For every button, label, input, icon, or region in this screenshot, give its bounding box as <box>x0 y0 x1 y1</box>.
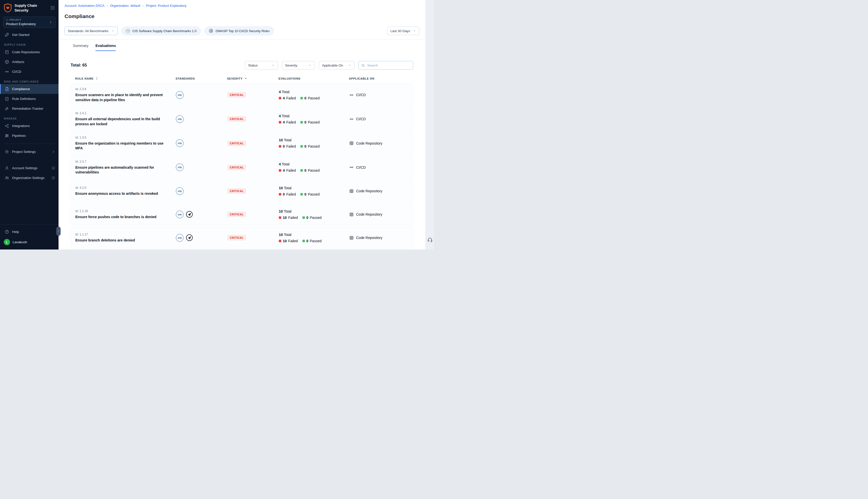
applicable-on-cell: CI/CD <box>349 117 408 121</box>
applicable-on-cell: Code Repository <box>349 141 408 146</box>
chip-owasp-top10[interactable]: OWASP Top 10 CI/CD Security Risks <box>204 27 274 35</box>
severity-cell: CRITICAL <box>227 188 279 194</box>
standards-cell: CIS <box>176 210 227 218</box>
sidebar-item-help[interactable]: Help <box>0 227 59 237</box>
clipboard-check-icon <box>4 96 9 101</box>
sidebar-item-label: Rule Definitions <box>12 97 36 101</box>
sidebar-nav: SUPPLY CHAIN Code Repositories Artifacts… <box>0 40 59 141</box>
sidebar-item-integrations[interactable]: Integrations <box>0 121 59 131</box>
tab-summary[interactable]: Summary <box>73 44 88 51</box>
info-icon <box>51 176 55 180</box>
table-controls: Total: 65 Status Severity Applicable On <box>71 61 413 70</box>
sidebar-item-label: Artifacts <box>12 60 24 64</box>
passed-indicator <box>300 169 303 172</box>
table-row[interactable]: Id: 1.1.17 Ensure branch deletions are d… <box>71 227 413 249</box>
sidebar-collapse-handle[interactable] <box>56 227 61 236</box>
sidebar-item-compliance[interactable]: Compliance <box>0 84 59 94</box>
applicable-on-cell: CI/CD <box>349 93 408 97</box>
infinity-icon <box>4 69 9 74</box>
applicable-on-filter[interactable]: Applicable On <box>319 61 354 70</box>
cicd-infinity-icon <box>349 93 354 97</box>
rule-name: Ensure anonymous access to artifacts is … <box>75 191 176 196</box>
cis-icon: CIS <box>176 139 184 147</box>
rule-id: Id: 1.1.16 <box>75 209 176 213</box>
support-headset-icon[interactable] <box>427 237 433 242</box>
sort-desc-icon[interactable] <box>244 76 248 80</box>
cis-icon: CIS <box>176 187 184 195</box>
code-repository-icon <box>349 235 354 240</box>
code-repository-icon <box>349 189 354 194</box>
tab-evaluations[interactable]: Evaluations <box>95 44 116 51</box>
owasp-icon <box>185 234 193 242</box>
sidebar-item-organization-settings[interactable]: Organization Settings <box>0 173 59 183</box>
apps-grid-icon[interactable] <box>50 5 55 10</box>
breadcrumb-project[interactable]: Project: Product Exploratory <box>146 4 186 8</box>
search-icon <box>361 63 365 67</box>
project-label: PROJECT <box>10 19 22 21</box>
sidebar-footer: Help L Lavakush <box>0 224 59 250</box>
sidebar-item-label: Pipelines <box>12 134 26 137</box>
sidebar-item-project-settings[interactable]: Project Settings <box>0 147 59 157</box>
breadcrumb-organization[interactable]: Organization: default <box>110 4 140 8</box>
share-nodes-icon <box>4 123 9 128</box>
user-menu[interactable]: L Lavakush <box>0 237 59 247</box>
table-row[interactable]: Id: 2.4.2 Ensure all external dependenci… <box>71 108 413 130</box>
section-title: SUPPLY CHAIN <box>4 44 59 46</box>
table-row[interactable]: Id: 2.3.7 Ensure pipelines are automatic… <box>71 156 413 179</box>
project-selector[interactable]: PROJECT Product Exploratory <box>3 16 56 28</box>
rule-name: Ensure the organization is requiring mem… <box>75 141 176 151</box>
severity-badge: CRITICAL <box>227 116 246 122</box>
sidebar-item-get-started[interactable]: Get Started <box>0 30 59 40</box>
rule-cell: Id: 4.2.5 Ensure anonymous access to art… <box>75 186 176 196</box>
breadcrumb-account[interactable]: Account: Automation-SSCA <box>64 4 105 8</box>
rule-name: Ensure all external dependencies used in… <box>75 117 176 126</box>
tabs: Summary Evaluations <box>59 40 425 51</box>
standards-cell: CIS <box>176 139 227 147</box>
sidebar-item-account-settings[interactable]: Account Settings <box>0 163 59 173</box>
info-icon <box>51 166 55 170</box>
sidebar-item-rule-definitions[interactable]: Rule Definitions <box>0 94 59 104</box>
sidebar-item-remediation-tracker[interactable]: Remediation Tracker <box>0 104 59 113</box>
failed-indicator <box>279 169 281 172</box>
status-filter[interactable]: Status <box>245 61 278 70</box>
wrench-icon <box>4 106 9 111</box>
code-repository-icon <box>349 141 354 146</box>
rule-name: Ensure pipelines are automatically scann… <box>75 165 176 175</box>
sidebar-item-artifacts[interactable]: Artifacts <box>0 57 59 67</box>
table-row[interactable]: Id: 1.3.5 Ensure the organization is req… <box>71 132 413 155</box>
evaluations-cell: 10 Total 10 Failed 0 Passed <box>279 209 349 220</box>
avatar: L <box>4 239 10 245</box>
date-range-select[interactable]: Last 30 Days <box>387 27 420 35</box>
main-content: Account: Automation-SSCA › Organization:… <box>59 0 425 250</box>
passed-indicator <box>300 121 303 123</box>
section-title: MANAGE <box>4 117 59 120</box>
rule-name: Ensure scanners are in place to identify… <box>75 93 176 102</box>
owasp-icon <box>185 210 193 218</box>
cis-icon: CIS <box>176 234 184 242</box>
table-row[interactable]: Id: 1.1.16 Ensure force pushes code to b… <box>71 204 413 226</box>
severity-filter[interactable]: Severity <box>282 61 315 70</box>
page-title: Compliance <box>59 11 425 19</box>
evaluations-cell: 10 Total 0 Failed 0 Passed <box>279 138 349 148</box>
sidebar-item-pipelines[interactable]: Pipelines <box>0 131 59 141</box>
sidebar-item-ci-cd[interactable]: CI/CD <box>0 67 59 76</box>
users-icon <box>4 175 9 180</box>
standards-select[interactable]: Standards: All Benchmarks <box>64 27 118 35</box>
app-title: Supply Chain Security <box>14 3 48 12</box>
severity-badge: CRITICAL <box>227 235 246 241</box>
sidebar-item-code-repositories[interactable]: Code Repositories <box>0 47 59 57</box>
cicd-infinity-icon <box>349 117 354 121</box>
column-applicable-on: APPLICABLE ON <box>349 76 409 80</box>
breadcrumb: Account: Automation-SSCA › Organization:… <box>59 0 425 8</box>
chip-cis-benchmark[interactable]: CIS CIS Software Supply Chain Benchmarks… <box>122 27 201 35</box>
filter-bar: Standards: All Benchmarks CIS CIS Softwa… <box>59 23 425 39</box>
app-window: Supply Chain Security PROJECT Product Ex… <box>0 0 434 250</box>
table-row[interactable]: Id: 4.2.5 Ensure anonymous access to art… <box>71 180 413 202</box>
sort-icon[interactable] <box>95 76 99 80</box>
severity-cell: CRITICAL <box>227 116 279 122</box>
search-input[interactable] <box>367 63 410 68</box>
evaluations-cell: 4 Total 4 Failed 0 Passed <box>279 90 349 100</box>
table-row[interactable]: Id: 2.3.8 Ensure scanners are in place t… <box>71 84 413 106</box>
sidebar-item-label: Get Started <box>12 33 29 37</box>
standards-cell: CIS <box>176 187 227 195</box>
